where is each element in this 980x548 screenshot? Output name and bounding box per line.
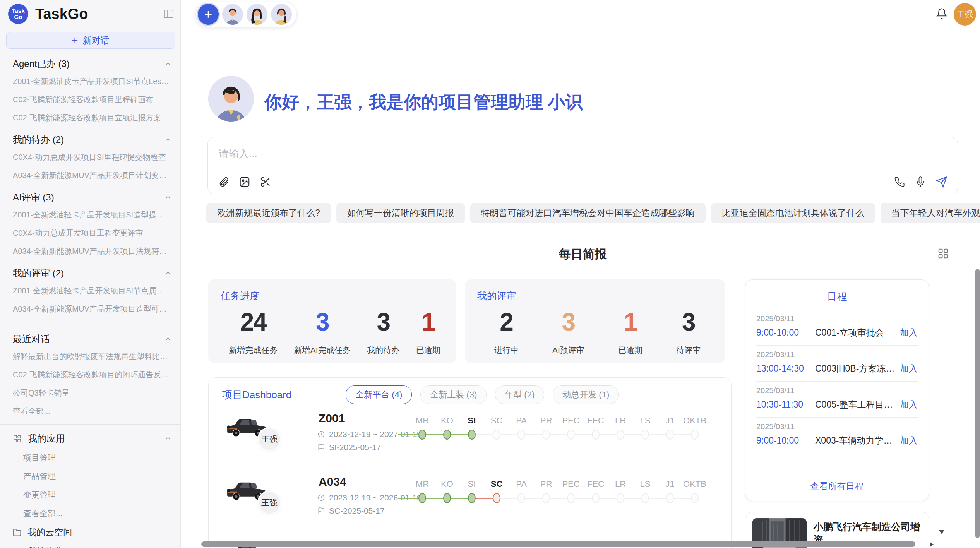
join-meeting-link[interactable]: 加入 <box>900 327 918 339</box>
my-apps-submenu-item[interactable]: 项目管理 <box>0 449 180 467</box>
attachment-icon[interactable] <box>218 176 230 188</box>
join-meeting-link[interactable]: 加入 <box>900 399 918 411</box>
add-agent-button[interactable] <box>198 4 219 25</box>
microphone-icon[interactable] <box>915 176 926 187</box>
milestone-node[interactable] <box>641 430 649 440</box>
join-meeting-link[interactable]: 加入 <box>900 435 918 447</box>
sidebar-item[interactable]: A034-全新新能源MUV产品开发项目造型可行性评审 <box>0 300 180 318</box>
sidebar-item[interactable]: A034-全新新能源MUV产品开发项目计划变更表编写 <box>0 166 180 185</box>
sidebar-item[interactable]: Z001-全新燃油皮卡产品开发项目SI节点Lesson Learn报告 <box>0 72 180 91</box>
agent-avatar-3[interactable] <box>271 4 292 25</box>
milestone-label: J1 <box>665 416 674 426</box>
milestone-oktb: OKTB <box>682 416 707 448</box>
recent-conversations-header[interactable]: 最近对话 <box>0 326 180 348</box>
suggestion-chip[interactable]: 当下年轻人对汽车外观有怎样的喜好趋势 <box>881 203 980 223</box>
recent-conversation-item[interactable]: C02-飞腾新能源轻客改款项目的闭环通告反馈情况 <box>0 366 180 384</box>
milestone-node[interactable] <box>468 430 476 440</box>
my-apps-submenu: 项目管理产品管理变更管理查看全部... <box>0 449 180 523</box>
milestone-node[interactable] <box>592 493 600 503</box>
milestone-node[interactable] <box>418 430 426 440</box>
project-next-milestone: SC-2025-05-17 <box>317 506 385 515</box>
milestone-node[interactable] <box>641 493 649 503</box>
dashboard-tab[interactable]: 全新平台 (4) <box>346 385 412 404</box>
milestone-node[interactable] <box>542 430 550 440</box>
scroll-right-arrow-icon[interactable] <box>928 541 935 548</box>
milestone-node[interactable] <box>517 430 525 440</box>
milestone-node[interactable] <box>443 493 451 503</box>
folder-icon <box>13 528 21 537</box>
agent-avatar-1[interactable] <box>222 4 243 25</box>
layout-grid-icon[interactable] <box>937 248 949 259</box>
chevron-up-icon[interactable] <box>164 435 172 442</box>
section-title: 我的待办 (2) <box>13 134 64 146</box>
milestone-node[interactable] <box>542 493 550 503</box>
milestone-node[interactable] <box>592 430 600 440</box>
milestone-node[interactable] <box>691 493 699 503</box>
dashboard-tab[interactable]: 动总开发 (1) <box>553 385 619 404</box>
chat-input[interactable] <box>218 147 947 160</box>
my-apps-submenu-item[interactable]: 查看全部... <box>0 504 180 523</box>
chat-input-card <box>207 137 958 194</box>
sidebar-item-favorites[interactable]: 我的收藏 <box>0 542 180 548</box>
project-code[interactable]: Z001 <box>319 412 345 425</box>
notification-bell-icon[interactable] <box>936 8 947 19</box>
milestone-node[interactable] <box>666 430 674 440</box>
sidebar-item[interactable]: C0X4-动力总成开发项目SI里程碑提交物检查 <box>0 148 180 166</box>
screenshot-scissors-icon[interactable] <box>260 176 271 188</box>
dashboard-tab[interactable]: 年型 (2) <box>495 385 544 404</box>
milestone-mr: MR <box>410 479 435 512</box>
sidebar-item[interactable]: C0X4-动力总成开发项目工程变更评审 <box>0 224 180 242</box>
send-icon[interactable] <box>936 176 947 188</box>
recent-conversation-item[interactable]: 解释最新出台的欧盟报废车法规再生塑料比例被调至15%... <box>0 348 180 366</box>
agent-avatar-2[interactable] <box>247 4 267 25</box>
new-chat-button[interactable]: + 新对话 <box>6 32 175 49</box>
milestone-node[interactable] <box>567 430 575 440</box>
sidebar-item[interactable]: Z001-全新燃油轻卡产品开发项目SI造型提交物评审 <box>0 206 180 224</box>
recent-conversation-item[interactable]: 公司Q3轻卡销量 <box>0 384 180 402</box>
sidebar-item-my-apps[interactable]: 我的应用 <box>0 428 180 449</box>
view-all-schedule-link[interactable]: 查看所有日程 <box>745 480 929 492</box>
my-apps-submenu-item[interactable]: 产品管理 <box>0 467 180 486</box>
join-meeting-link[interactable]: 加入 <box>900 363 918 375</box>
sidebar-item[interactable]: C02-飞腾新能源轻客改款项目立项汇报方案 <box>0 109 180 127</box>
sidebar-item[interactable]: A034-全新新能源MUV产品开发项目法规符合性评审 <box>0 242 180 260</box>
milestone-ko: KO <box>435 479 459 512</box>
sidebar-section-header[interactable]: 我的待办 (2) <box>0 127 180 148</box>
sidebar-item-cloud-space[interactable]: 我的云空间 <box>0 523 180 542</box>
milestone-node[interactable] <box>567 493 575 503</box>
user-avatar[interactable]: 王强 <box>954 3 976 26</box>
my-apps-submenu-item[interactable]: 变更管理 <box>0 486 180 504</box>
collapse-sidebar-icon[interactable] <box>163 9 175 19</box>
sidebar-section-header[interactable]: AI评审 (3) <box>0 185 180 206</box>
milestone-node[interactable] <box>493 493 500 503</box>
suggestion-chip[interactable]: 欧洲新规最近颁布了什么? <box>206 203 331 223</box>
milestone-node[interactable] <box>443 430 451 440</box>
milestone-node[interactable] <box>691 430 699 440</box>
milestone-node[interactable] <box>617 493 624 503</box>
dashboard-tab[interactable]: 全新上装 (3) <box>420 385 487 404</box>
sidebar-item[interactable]: C02-飞腾新能源轻客改款项目里程碑画布 <box>0 91 180 109</box>
phone-call-icon[interactable] <box>894 176 905 187</box>
stat-value: 3 <box>367 308 399 336</box>
sidebar-section-header[interactable]: Agent已办 (3) <box>0 51 180 72</box>
milestone-node[interactable] <box>617 430 624 440</box>
dashboard-title: 项目Dashboard <box>222 388 291 402</box>
milestone-node[interactable] <box>468 493 476 503</box>
milestone-node[interactable] <box>517 493 525 503</box>
suggestion-chip[interactable]: 特朗普可能对进口汽车增税会对中国车企造成哪些影响 <box>470 203 706 223</box>
scroll-down-arrow-icon[interactable] <box>938 528 946 536</box>
suggestion-chip[interactable]: 比亚迪全固态电池计划具体说了什么 <box>711 203 875 223</box>
view-all-link[interactable]: 查看全部... <box>0 402 180 420</box>
vertical-scrollbar[interactable] <box>975 269 980 538</box>
horizontal-scrollbar[interactable] <box>201 541 915 547</box>
milestone-lr: LR <box>608 479 633 512</box>
sidebar-section-header[interactable]: 我的评审 (2) <box>0 260 180 282</box>
milestone-node[interactable] <box>666 493 674 503</box>
project-code[interactable]: A034 <box>319 475 346 488</box>
image-upload-icon[interactable] <box>239 176 250 188</box>
milestone-node[interactable] <box>493 430 500 440</box>
suggestion-chip[interactable]: 如何写一份清晰的项目周报 <box>336 203 465 223</box>
milestone-node[interactable] <box>418 493 426 503</box>
agent-switcher <box>195 2 297 27</box>
sidebar-item[interactable]: Z001-全新燃油轻卡产品开发项目SI节点属性5D文件评审 <box>0 282 180 300</box>
